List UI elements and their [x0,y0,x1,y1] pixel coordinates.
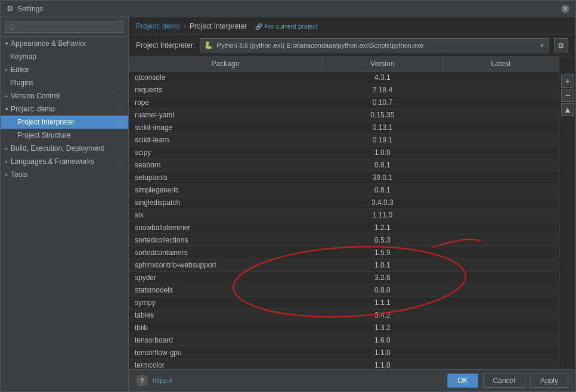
col-header-latest: Latest [442,57,559,71]
footer-left: ? https:// [136,375,442,387]
expand-arrow-icon: ▸ [5,158,8,164]
breadcrumb-current: Project Interpreter [190,22,247,30]
sidebar-item-label: Tools [11,170,27,179]
package-latest [442,209,559,222]
remove-package-button[interactable]: − [561,89,574,102]
package-version: 1.1.1 [322,297,442,309]
package-latest [442,147,559,159]
interpreter-select[interactable]: 🐍 Python 3.6 (python.ext) E:\a\anacondaa… [200,38,549,52]
package-version: 0.8.1 [322,159,442,172]
sidebar-item-plugins[interactable]: Plugins [1,76,128,89]
table-row[interactable]: qtconsole 4.3.1 [129,71,559,84]
sidebar-item-editor[interactable]: ▸ Editor [1,63,128,76]
package-name: tensorflow-gpu [129,347,322,359]
table-row[interactable]: scikit-image 0.13.1 [129,122,559,134]
table-row[interactable]: snowballstemmer 1.2.1 [129,222,559,234]
breadcrumb-separator: › [184,22,186,30]
sidebar-item-tools[interactable]: ▸ Tools [1,168,128,181]
package-version: 1.0.0 [322,147,442,159]
expand-arrow-icon: ▸ [5,67,8,73]
table-row[interactable]: tblib 1.3.2 [129,322,559,334]
package-name: tables [129,309,322,322]
table-row[interactable]: setuptools 39.0.1 [129,172,559,184]
sidebar-item-label: Appearance & Behavior [11,39,86,48]
search-input[interactable] [5,21,123,33]
package-latest [442,284,559,297]
package-name: qtconsole [129,71,322,84]
table-row[interactable]: simplegeneric 0.8.1 [129,184,559,197]
sidebar-item-label: Project Structure [17,131,70,139]
package-name: scikit-image [129,122,322,134]
action-buttons: + − ▲ [559,57,575,369]
table-row[interactable]: seaborn 0.8.1 [129,159,559,172]
package-name: snowballstemmer [129,222,322,234]
package-name: sympy [129,297,322,309]
sidebar-item-keymap[interactable]: Keymap [1,50,128,63]
table-row[interactable]: tensorboard 1.6.0 [129,334,559,347]
table-row[interactable]: sortedcontainers 1.5.9 [129,247,559,259]
package-latest [442,184,559,197]
table-row[interactable]: tables 3.4.2 [129,309,559,322]
table-row[interactable]: requests 2.18.4 [129,84,559,97]
interpreter-settings-button[interactable]: ⚙ [554,38,568,52]
package-latest [442,322,559,334]
package-name: sphinxcontrib-websupport [129,259,322,272]
cancel-button[interactable]: Cancel [483,374,525,388]
breadcrumb-project[interactable]: Project: demo [136,22,180,30]
table-row[interactable]: tensorflow-gpu 1.1.0 [129,347,559,359]
python-icon: 🐍 [204,41,213,49]
table-row[interactable]: rope 0.10.7 [129,97,559,109]
table-wrapper: Package Version Latest qtconsole 4.3.1 r… [129,57,575,369]
for-current-project-link[interactable]: 🔗 For current project [255,23,318,30]
sidebar-item-appearance[interactable]: ▾ Appearance & Behavior [1,37,128,50]
sidebar-item-project-demo[interactable]: ▾ Project: demo ⬡ [1,102,128,116]
package-version: 3.2.6 [322,272,442,284]
apply-button[interactable]: Apply [530,374,568,388]
upgrade-package-button[interactable]: ▲ [561,103,574,116]
package-version: 3.4.0.3 [322,197,442,209]
package-name: sortedcontainers [129,247,322,259]
sidebar-item-label: Plugins [10,79,33,87]
package-latest [442,172,559,184]
package-version: 1.2.1 [322,222,442,234]
package-name: rope [129,97,322,109]
table-row[interactable]: sortedcollections 0.5.3 [129,234,559,247]
interpreter-bar: Project Interpreter: 🐍 Python 3.6 (pytho… [129,35,575,57]
sidebar-item-languages[interactable]: ▸ Languages & Frameworks ⬡ [1,155,128,168]
sidebar-item-label: Keymap [10,52,36,61]
interpreter-label: Project Interpreter: [136,41,195,49]
table-row[interactable]: scikit-learn 0.19.1 [129,134,559,147]
ok-button[interactable]: OK [447,374,478,388]
breadcrumb-bar: Project: demo › Project Interpreter 🔗 Fo… [129,17,575,35]
add-package-button[interactable]: + [561,74,574,88]
settings-window: ⚙ Settings ✕ ▾ Appearance & Behavior Key… [0,0,576,392]
sidebar-item-version-control[interactable]: ▸ Version Control ⬡ [1,89,128,102]
table-row[interactable]: spyder 3.2.6 [129,272,559,284]
table-row[interactable]: six 1.11.0 [129,209,559,222]
help-button[interactable]: ? [136,375,148,387]
package-latest [442,134,559,147]
sidebar-item-project-structure[interactable]: Project Structure [1,129,128,142]
sidebar-item-project-interpreter[interactable]: Project Interpreter ⬡ [1,116,128,129]
package-version: 0.15.35 [322,109,442,122]
package-name: six [129,209,322,222]
packages-table-scroll[interactable]: Package Version Latest qtconsole 4.3.1 r… [129,57,559,369]
table-row[interactable]: statsmodels 0.8.0 [129,284,559,297]
table-row[interactable]: singledispatch 3.4.0.3 [129,197,559,209]
package-version: 1.11.0 [322,209,442,222]
expand-arrow-icon: ▸ [5,145,8,151]
close-button[interactable]: ✕ [561,5,569,13]
package-version: 0.8.1 [322,184,442,197]
table-row[interactable]: sphinxcontrib-websupport 1.0.1 [129,259,559,272]
footer: ? https:// OK Cancel Apply [129,369,575,391]
right-panel: Project: demo › Project Interpreter 🔗 Fo… [129,17,575,391]
table-row[interactable]: sympy 1.1.1 [129,297,559,309]
table-row[interactable]: scipy 1.0.0 [129,147,559,159]
sidebar-item-label: Version Control [11,92,60,100]
table-row[interactable]: ruamel-yaml 0.15.35 [129,109,559,122]
gear-icon: ⚙ [558,41,565,50]
sidebar-item-build-exec[interactable]: ▸ Build, Execution, Deployment [1,142,128,155]
table-row[interactable]: termcolor 1.1.0 [129,359,559,370]
package-version: 39.0.1 [322,172,442,184]
package-name: requests [129,84,322,97]
